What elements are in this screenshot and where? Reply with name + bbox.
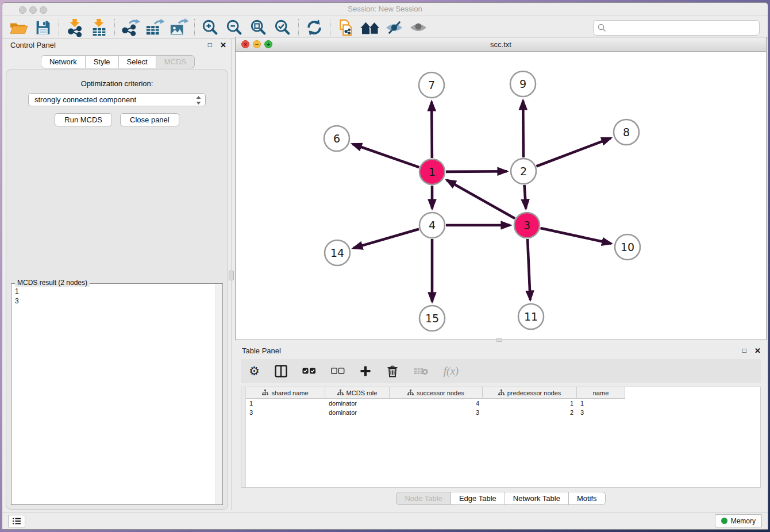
close-table-panel-icon[interactable]: ✕ (754, 346, 761, 357)
tab-network[interactable]: Network (41, 55, 86, 68)
task-history-button[interactable] (8, 515, 25, 527)
close-window-button[interactable] (19, 6, 26, 14)
save-session-button[interactable] (31, 17, 55, 38)
zoom-fit-button[interactable] (247, 17, 271, 38)
edge-3-1[interactable] (446, 180, 515, 218)
mcds-result-group: MCDS result (2 nodes) 1 3 (11, 283, 223, 505)
table-tab-network-table[interactable]: Network Table (505, 492, 569, 505)
add-column-icon (360, 365, 371, 377)
node-label-10: 10 (621, 241, 634, 253)
table-body: 1dominator4113dominator323 (246, 399, 760, 417)
node-label-7: 7 (428, 79, 435, 91)
hide-eye-button[interactable] (382, 17, 406, 38)
tab-mcds[interactable]: MCDS (156, 55, 195, 68)
edge-3-10[interactable] (540, 228, 611, 244)
table-panel-title: Table Panel (242, 346, 281, 357)
chevron-up-down-icon (196, 96, 201, 105)
cell-predecessor-nodes[interactable]: 2 (483, 408, 577, 417)
duplicate-network-icon (337, 18, 355, 37)
minimize-window-button[interactable] (29, 6, 37, 14)
select-all-button[interactable] (302, 363, 316, 380)
table-tab-node-table[interactable]: Node Table (396, 492, 451, 505)
cell-successor-nodes[interactable]: 3 (390, 408, 483, 417)
edge-4-14[interactable] (353, 229, 419, 248)
column-header-successor-nodes[interactable]: successor nodes (390, 387, 483, 399)
open-file-button[interactable] (7, 17, 31, 38)
toolbar-separator (114, 19, 115, 36)
edge-3-11[interactable] (528, 239, 530, 300)
cell-shared-name[interactable]: 3 (246, 408, 325, 417)
close-network-button[interactable]: × (241, 40, 249, 48)
control-panel: Control Panel □ ✕ NetworkStyleSelectMCDS… (5, 37, 231, 512)
cell-predecessor-nodes[interactable]: 1 (483, 399, 577, 408)
cell-name[interactable]: 3 (577, 408, 625, 417)
cell-MCDS-role[interactable]: dominator (325, 408, 390, 417)
export-table-button[interactable] (143, 17, 167, 38)
table-row[interactable]: 1dominator411 (246, 399, 760, 408)
cell-MCDS-role[interactable]: dominator (325, 399, 390, 408)
table-tabs: Node TableEdge TableNetwork TableMotifs (235, 492, 767, 505)
column-sort-icon (407, 390, 414, 396)
table-row[interactable]: 3dominator323 (246, 408, 760, 417)
column-view-button[interactable] (275, 363, 287, 380)
horizontal-splitter-handle[interactable] (496, 338, 502, 342)
zoom-in-button[interactable] (198, 17, 222, 38)
edge-1-2[interactable] (446, 171, 507, 172)
cell-successor-nodes[interactable]: 4 (390, 399, 483, 408)
column-header-MCDS-role[interactable]: MCDS role (325, 387, 390, 399)
app-window: Session: New Session (2, 2, 768, 530)
duplicate-network-button[interactable] (334, 17, 358, 38)
import-table-button[interactable] (87, 17, 111, 38)
edge-2-3[interactable] (525, 185, 526, 209)
table-settings-button[interactable]: ⚙ (249, 363, 260, 380)
edge-1-7[interactable] (432, 102, 432, 158)
delete-table-button[interactable] (414, 363, 429, 380)
float-panel-icon[interactable]: □ (208, 41, 212, 51)
result-scrollbar[interactable] (215, 284, 222, 504)
graph-svg: 7968124314101511 (236, 52, 766, 340)
memory-button[interactable]: Memory (715, 514, 762, 527)
column-header-name[interactable]: name (577, 387, 625, 399)
cell-shared-name[interactable]: 1 (246, 399, 325, 408)
zoom-selected-button[interactable] (271, 17, 295, 38)
table-toolbar: ⚙ (241, 359, 761, 383)
close-panel-icon[interactable]: ✕ (220, 41, 226, 51)
function-builder-button[interactable]: f(x) (444, 363, 459, 380)
table-header-row: shared nameMCDS rolesuccessor nodesprede… (246, 387, 760, 399)
column-header-predecessor-nodes[interactable]: predecessor nodes (483, 387, 577, 399)
export-image-button[interactable] (167, 17, 191, 38)
export-network-button[interactable] (118, 17, 143, 38)
home-button[interactable] (358, 17, 382, 38)
float-table-panel-icon[interactable]: □ (742, 346, 746, 357)
add-column-button[interactable] (360, 363, 371, 380)
search-input[interactable] (593, 20, 760, 36)
edge-2-8[interactable] (536, 138, 610, 166)
zoom-window-button[interactable] (40, 6, 47, 14)
optimization-dropdown[interactable]: strongly connected component (28, 93, 206, 106)
tab-select[interactable]: Select (119, 55, 156, 68)
edge-1-6[interactable] (352, 144, 419, 168)
network-canvas[interactable]: 7968124314101511 (236, 52, 766, 340)
maximize-network-button[interactable]: + (264, 40, 272, 48)
deselect-all-button[interactable] (331, 363, 345, 380)
tab-style[interactable]: Style (86, 55, 119, 68)
column-sort-icon (337, 390, 344, 396)
delete-column-button[interactable] (386, 363, 399, 380)
table-tab-edge-table[interactable]: Edge Table (451, 492, 505, 505)
import-network-button[interactable] (63, 17, 87, 38)
refresh-button[interactable] (302, 17, 326, 38)
column-header-shared-name[interactable]: shared name (246, 387, 325, 399)
table-tab-motifs[interactable]: Motifs (569, 492, 606, 505)
run-mcds-button[interactable]: Run MCDS (55, 113, 112, 126)
edge-2-9[interactable] (523, 101, 523, 157)
close-panel-button[interactable]: Close panel (120, 113, 179, 126)
show-eye-button[interactable] (406, 17, 430, 38)
toolbar-separator (298, 19, 299, 36)
vertical-splitter-handle[interactable] (229, 271, 234, 280)
node-label-9: 9 (519, 78, 526, 90)
cell-name[interactable]: 1 (577, 399, 625, 408)
zoom-out-button[interactable] (222, 17, 247, 38)
minimize-network-button[interactable]: − (253, 40, 261, 48)
node-label-1: 1 (429, 165, 436, 178)
delete-column-icon (386, 365, 399, 377)
